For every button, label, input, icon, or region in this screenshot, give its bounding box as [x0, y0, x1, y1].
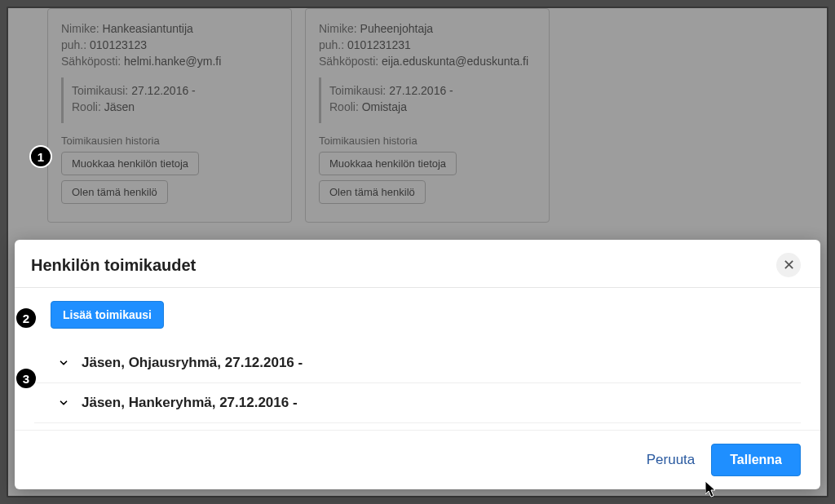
phone-label: puh.: [319, 38, 344, 51]
title-value: Puheenjohtaja [360, 22, 434, 35]
term-row-text: Jäsen, Ohjausryhmä, 27.12.2016 - [82, 355, 303, 371]
callout-badge-3: 3 [15, 367, 38, 390]
person-card: Nimike: Hankeasiantuntija puh.: 01012312… [47, 8, 292, 223]
title-label: Nimike: [319, 22, 357, 35]
save-button[interactable]: Tallenna [711, 444, 801, 476]
term-row[interactable]: Jäsen, Hankeryhmä, 27.12.2016 - [34, 383, 801, 423]
modal-title: Henkilön toimikaudet [31, 256, 196, 275]
modal-body: Lisää toimikausi Jäsen, Ohjausryhmä, 27.… [15, 288, 820, 430]
role-value: Jäsen [104, 100, 135, 113]
term-history-link[interactable]: Toimikausien historia [319, 135, 536, 147]
i-am-this-person-button[interactable]: Olen tämä henkilö [61, 180, 168, 204]
modal-close-button[interactable]: ✕ [776, 253, 801, 277]
term-history-link[interactable]: Toimikausien historia [61, 135, 278, 147]
person-terms-modal: Henkilön toimikaudet ✕ Lisää toimikausi … [15, 240, 820, 489]
title-label: Nimike: [61, 22, 99, 35]
term-row[interactable]: Jäsen, Ohjausryhmä, 27.12.2016 - [34, 343, 801, 383]
close-icon: ✕ [783, 256, 795, 274]
chevron-down-icon [57, 356, 70, 369]
phone-value: 0101231231 [347, 38, 411, 51]
role-value: Omistaja [362, 100, 407, 113]
edit-person-button[interactable]: Muokkaa henkilön tietoja [319, 152, 457, 175]
chevron-down-icon [57, 396, 70, 409]
modal-header: Henkilön toimikaudet ✕ [15, 240, 820, 288]
edit-person-button[interactable]: Muokkaa henkilön tietoja [61, 152, 199, 175]
role-label: Rooli: [329, 100, 359, 113]
email-value: eija.eduskunta@eduskunta.fi [382, 55, 528, 68]
person-card: Nimike: Puheenjohtaja puh.: 0101231231 S… [305, 8, 550, 223]
term-row-text: Jäsen, Hankeryhmä, 27.12.2016 - [82, 395, 298, 411]
email-label: Sähköposti: [319, 55, 378, 68]
phone-value: 010123123 [90, 38, 147, 51]
title-value: Hankeasiantuntija [103, 22, 193, 35]
cancel-button[interactable]: Peruuta [647, 452, 696, 468]
i-am-this-person-button[interactable]: Olen tämä henkilö [319, 180, 426, 204]
term-box: Toimikausi: 27.12.2016 - Rooli: Omistaja [319, 77, 536, 123]
add-term-button[interactable]: Lisää toimikausi [51, 301, 164, 329]
phone-label: puh.: [61, 38, 86, 51]
email-label: Sähköposti: [61, 55, 121, 68]
term-value: 27.12.2016 - [389, 84, 453, 97]
term-label: Toimikausi: [329, 84, 386, 97]
email-value: helmi.hanke@ym.fi [124, 55, 221, 68]
cursor-icon [705, 481, 718, 497]
callout-badge-2: 2 [15, 307, 38, 329]
person-cards-area: Nimike: Hankeasiantuntija puh.: 01012312… [8, 8, 827, 242]
term-label: Toimikausi: [72, 84, 128, 97]
term-box: Toimikausi: 27.12.2016 - Rooli: Jäsen [61, 77, 278, 123]
callout-badge-1: 1 [29, 145, 52, 168]
role-label: Rooli: [72, 100, 101, 113]
modal-footer: Peruuta Tallenna [15, 430, 820, 489]
term-value: 27.12.2016 - [131, 84, 196, 97]
